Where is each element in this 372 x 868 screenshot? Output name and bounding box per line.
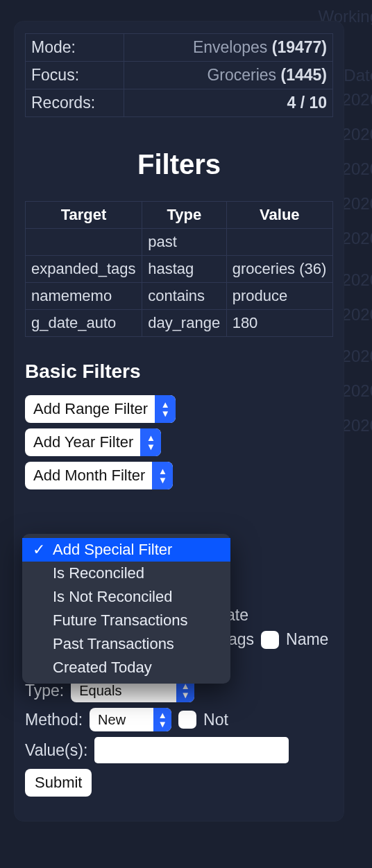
dropdown-option-is-reconciled[interactable]: Is Reconciled <box>22 562 230 585</box>
check-icon: ✓ <box>32 541 46 559</box>
summary-focus-value: Groceries (1445) <box>124 62 332 89</box>
table-row: namememo contains produce <box>26 283 333 310</box>
summary-records-label: Records: <box>26 89 124 117</box>
bg-year: 2020 <box>342 381 372 401</box>
dropdown-option-past-transactions[interactable]: Past Transactions <box>22 632 230 656</box>
method-label: Method: <box>25 711 83 729</box>
table-row: g_date_auto day_range 180 <box>26 310 333 337</box>
values-label: Value(s): <box>25 741 87 760</box>
select-label: Add Range Filter <box>33 400 148 418</box>
chevron-updown-icon <box>152 462 173 489</box>
chevron-updown-icon <box>140 428 161 456</box>
bg-year: 2020 <box>342 416 372 435</box>
summary-row-focus: Focus: Groceries (1445) <box>26 62 333 89</box>
add-range-filter-select[interactable]: Add Range Filter <box>25 395 176 423</box>
method-select-value: New <box>98 712 146 728</box>
submit-button[interactable]: Submit <box>25 769 92 797</box>
bg-year: 2020 <box>342 229 372 248</box>
select-label: Add Year Filter <box>33 433 133 451</box>
add-month-filter-select[interactable]: Add Month Filter <box>25 462 173 489</box>
summary-table: Mode: Envelopes (19477) Focus: Groceries… <box>25 33 333 117</box>
summary-focus-label: Focus: <box>26 62 124 89</box>
method-row: Method: New Not <box>25 708 333 731</box>
bg-year: 2020 <box>342 347 372 366</box>
col-target: Target <box>26 202 142 229</box>
bg-date: Date <box>344 66 372 85</box>
values-row: Value(s): <box>25 737 333 763</box>
bg-year: 2020 <box>342 159 372 179</box>
basic-filters-title: Basic Filters <box>25 361 333 383</box>
table-row: expanded_tags hastag groceries (36) <box>26 256 333 283</box>
dropdown-option-add-special-filter[interactable]: ✓ Add Special Filter <box>22 538 230 562</box>
summary-row-records: Records: 4 / 10 <box>26 89 333 117</box>
select-label: Add Month Filter <box>33 467 145 485</box>
active-filters-table: Target Type Value past expanded_tags has… <box>25 201 333 337</box>
table-row: past <box>26 229 333 256</box>
label-name: Name <box>286 630 328 649</box>
summary-row-mode: Mode: Envelopes (19477) <box>26 34 333 62</box>
values-input[interactable] <box>94 737 289 763</box>
filters-panel: Mode: Envelopes (19477) Focus: Groceries… <box>14 21 344 822</box>
col-type: Type <box>142 202 226 229</box>
summary-mode-value: Envelopes (19477) <box>124 34 332 62</box>
add-special-filter-dropdown[interactable]: ✓ Add Special Filter Is Reconciled Is No… <box>22 534 230 684</box>
type-select-value: Equals <box>79 683 169 699</box>
type-label: Type: <box>25 682 64 700</box>
partial-hidden-label: ate <box>226 606 333 625</box>
method-select[interactable]: New <box>90 708 171 731</box>
dropdown-option-is-not-reconciled[interactable]: Is Not Reconciled <box>22 585 230 609</box>
col-value: Value <box>226 202 332 229</box>
checkbox-name[interactable] <box>261 631 279 649</box>
filters-title: Filters <box>25 149 333 180</box>
label-not: Not <box>203 711 228 729</box>
add-year-filter-select[interactable]: Add Year Filter <box>25 428 161 456</box>
bg-year: 2020 <box>342 125 372 144</box>
dropdown-option-created-today[interactable]: Created Today <box>22 656 230 679</box>
bg-year: 2020 <box>342 305 372 324</box>
checkbox-not[interactable] <box>178 711 196 729</box>
summary-mode-label: Mode: <box>26 34 124 62</box>
bg-year: 2020 <box>342 270 372 290</box>
chevron-updown-icon <box>155 395 176 423</box>
dropdown-option-future-transactions[interactable]: Future Transactions <box>22 609 230 632</box>
chevron-updown-icon <box>153 708 171 731</box>
summary-records-value: 4 / 10 <box>124 89 332 117</box>
bg-year: 2020 <box>342 90 372 110</box>
bg-year: 2020 <box>342 194 372 214</box>
